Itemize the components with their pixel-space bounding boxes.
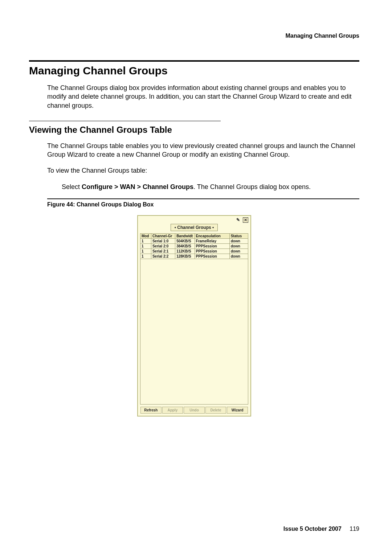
table-empty-area — [140, 259, 248, 405]
cell-module: 1 — [140, 249, 151, 254]
undo-button[interactable]: Undo — [184, 407, 205, 414]
page-footer: Issue 5 October 2007 119 — [283, 526, 359, 532]
col-module[interactable]: Mod — [140, 234, 151, 239]
table-row[interactable]: 1 Serial 1:0 504KB/S FrameRelay down — [140, 239, 248, 244]
cell-channel-group: Serial 2:2 — [151, 254, 175, 259]
cell-module: 1 — [140, 254, 151, 259]
figure-rule — [47, 198, 359, 199]
dialog-titlebar: ✎ ✕ — [138, 216, 250, 224]
running-header: Managing Channel Groups — [29, 33, 359, 39]
cell-encapsulation: PPPSession — [195, 254, 229, 259]
apply-button[interactable]: Apply — [162, 407, 183, 414]
cell-status: down — [229, 249, 248, 254]
cell-channel-group: Serial 2:1 — [151, 249, 175, 254]
cell-encapsulation: PPPSession — [195, 244, 229, 249]
col-channel-group[interactable]: Channel-Gr — [151, 234, 175, 239]
step-prefix: Select — [62, 183, 82, 190]
cell-channel-group: Serial 2:0 — [151, 244, 175, 249]
close-icon[interactable]: ✕ — [243, 217, 248, 223]
table-row[interactable]: 1 Serial 2:1 112KB/S PPPSession down — [140, 249, 248, 254]
footer-page-number: 119 — [350, 526, 359, 532]
channel-groups-dialog: ✎ ✕ • Channel Groups • Mod Channel-Gr Ba… — [137, 215, 251, 416]
col-encapsulation[interactable]: Encapsulation — [195, 234, 229, 239]
cell-channel-group: Serial 1:0 — [151, 239, 175, 244]
step-line: Select Configure > WAN > Channel Groups.… — [62, 182, 359, 191]
sub-paragraph-1: The Channel Groups table enables you to … — [47, 141, 359, 159]
subsection-title: Viewing the Channel Groups Table — [29, 125, 359, 135]
subsection-rule — [29, 121, 221, 121]
col-bandwidth[interactable]: Bandwidt — [175, 234, 195, 239]
cell-encapsulation: PPPSession — [195, 249, 229, 254]
dialog-title: • Channel Groups • — [171, 224, 218, 231]
cell-module: 1 — [140, 239, 151, 244]
delete-button[interactable]: Delete — [205, 407, 226, 414]
step-suffix: . The Channel Groups dialog box opens. — [193, 183, 311, 190]
channel-groups-table: Mod Channel-Gr Bandwidt Encapsulation St… — [140, 233, 248, 259]
dialog-button-row: Refresh Apply Undo Delete Wizard — [138, 405, 250, 416]
sub-paragraph-2: To view the Channel Groups table: — [47, 166, 359, 175]
cell-bandwidth: 128KB/S — [175, 254, 195, 259]
col-status[interactable]: Status — [229, 234, 248, 239]
cell-bandwidth: 384KB/S — [175, 244, 195, 249]
section-rule — [29, 60, 359, 62]
cell-bandwidth: 112KB/S — [175, 249, 195, 254]
table-header-row: Mod Channel-Gr Bandwidt Encapsulation St… — [140, 234, 248, 239]
figure-caption: Figure 44: Channel Groups Dialog Box — [47, 201, 359, 208]
footer-issue: Issue 5 October 2007 — [283, 526, 342, 532]
pushpin-icon[interactable]: ✎ — [236, 217, 241, 222]
refresh-button[interactable]: Refresh — [140, 407, 162, 414]
cell-status: down — [229, 239, 248, 244]
table-row[interactable]: 1 Serial 2:0 384KB/S PPPSession down — [140, 244, 248, 249]
intro-paragraph: The Channel Groups dialog box provides i… — [47, 83, 359, 110]
step-bold-path: Configure > WAN > Channel Groups — [82, 183, 193, 190]
cell-status: down — [229, 254, 248, 259]
cell-encapsulation: FrameRelay — [195, 239, 229, 244]
wizard-button[interactable]: Wizard — [227, 407, 248, 414]
table-row[interactable]: 1 Serial 2:2 128KB/S PPPSession down — [140, 254, 248, 259]
cell-module: 1 — [140, 244, 151, 249]
cell-bandwidth: 504KB/S — [175, 239, 195, 244]
section-title: Managing Channel Groups — [29, 65, 359, 77]
cell-status: down — [229, 244, 248, 249]
